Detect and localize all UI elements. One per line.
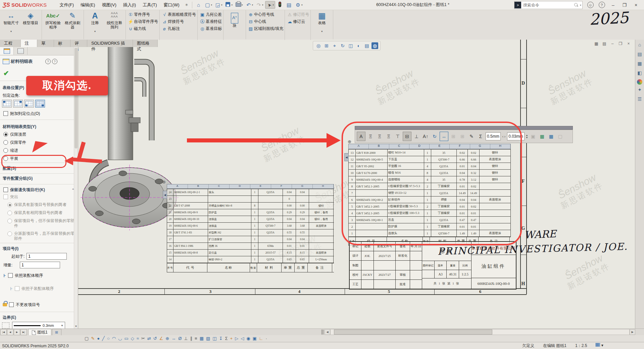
table-row[interactable]: 22 GB/T 67-2008 开槽盘头螺钉 M4×8 8 0.00 0.00 … [167, 203, 334, 209]
undo-button[interactable]: ↶ ▾ [245, 1, 254, 9]
sketch-tool-icon[interactable]: ⊕ [165, 336, 169, 342]
checkbox-icon[interactable] [8, 273, 13, 278]
view-palette-icon[interactable]: ◧ [635, 69, 644, 77]
no-change-option[interactable]: 不更改项目号 [0, 302, 78, 308]
sketch-tool-icon[interactable]: ▧ [206, 336, 210, 342]
column-letter[interactable]: D [409, 144, 430, 149]
radio-option[interactable]: 分派新项目号，且不保留替换的零部件 [0, 231, 75, 241]
table-row[interactable]: 6 600HZ44X-10Q-00-2 缸体组件 1 焊接 0.04 0.04 … [348, 197, 511, 203]
sketch-tool-icon[interactable]: ⊥ [184, 336, 188, 342]
chevron-down-icon[interactable]: ▾ [580, 4, 581, 7]
ribbon-button[interactable]: ① 零件序号 [127, 11, 150, 18]
ribbon-button[interactable]: ⊕ 中心符号线 [247, 11, 274, 18]
spinner-icons[interactable]: ▲▼ [526, 134, 528, 139]
table-collapse-icon[interactable]: ◀ [163, 191, 167, 199]
column-letter[interactable]: H [490, 144, 510, 149]
table-row[interactable]: 12 600HZ44X-10Q-00-5 下压盖 1 QT500-7 6.66 … [348, 156, 511, 163]
table-row[interactable]: 4 GB/T 3452.1-2005 O型橡胶密封圈 100×5.3 1 丁腈橡… [348, 210, 511, 217]
sketch-tool-icon[interactable]: ◁ [241, 336, 244, 342]
section-part-config-group[interactable]: 零件配置分组(G)⌄ [0, 175, 81, 181]
cell-padding-field[interactable]: 0.03mm [507, 132, 524, 140]
sketch-tool-icon[interactable]: ◇ [131, 336, 134, 342]
hide-show-icon[interactable]: ▤ [363, 42, 370, 49]
ribbon-button[interactable]: A 注释 ▾ [86, 10, 104, 33]
doc-restore-icon[interactable]: ❐ [618, 41, 623, 46]
options-list-button[interactable]: ▤ [285, 1, 293, 9]
sketch-tool-icon[interactable]: ↺ [153, 336, 157, 342]
print-button[interactable]: ▾ [234, 1, 244, 8]
anchor-corner-option[interactable] [35, 100, 45, 107]
table-row[interactable]: 5 GB/T 3452.1-2005 O型橡胶密封圈 50×5.3 2 丁腈橡胶… [348, 203, 511, 210]
ribbon-button[interactable]: ↔ 智能尺寸 ▾ [2, 10, 20, 33]
table-row[interactable]: 23 0 [167, 196, 334, 203]
column-letter[interactable]: H [313, 184, 334, 188]
zoom-area-icon[interactable]: ◎ [315, 42, 322, 49]
column-letter[interactable]: E [430, 144, 450, 149]
sketch-tool-icon[interactable]: ▣ [252, 336, 256, 342]
pin-menu-icon[interactable]: ✶ [185, 2, 189, 7]
table-row[interactable]: 8 GB/T 3452.1-2005 O型橡胶密封圈 97.5×5.3 2 丁腈… [348, 183, 511, 190]
sum-icon[interactable]: Σ [477, 132, 485, 141]
home-button[interactable]: ⌂ [194, 1, 203, 8]
table-row[interactable]: 3 600HZ44X-10Q-00-1 压盘 1 Q235A 0.47 0.47 [348, 217, 511, 223]
appearances-icon[interactable] [637, 79, 642, 85]
fit-width-icon[interactable]: ↔ [440, 132, 448, 141]
scrollbar-thumb[interactable] [334, 330, 492, 335]
chevron-down-icon[interactable]: ▾ [301, 4, 303, 6]
column-letter[interactable]: A [349, 144, 369, 149]
section-view-icon[interactable]: ◫ [347, 42, 354, 49]
settings-gear-button[interactable]: ⚙ ▾ [294, 1, 304, 9]
zoom-fit-icon[interactable]: ⊞ [323, 42, 330, 49]
toolbar-drag-handle[interactable] [355, 126, 573, 130]
ribbon-button[interactable]: ⊟ 中心线 [247, 18, 266, 25]
menu-item[interactable]: 视图(V) [98, 1, 119, 9]
custom-properties-icon[interactable]: ✦ [635, 85, 644, 94]
column-letter[interactable]: F [450, 144, 470, 149]
edit-table-icon[interactable]: ✎ [467, 132, 476, 141]
scrollbar-thumb[interactable] [75, 48, 78, 148]
sketch-tool-icon[interactable]: ✂ [141, 336, 145, 342]
paste-icon[interactable]: ▣ [529, 132, 537, 141]
prev-sheet-button[interactable]: ◀ [7, 329, 13, 335]
sketch-tool-icon[interactable]: ◡ [118, 336, 122, 342]
column-letter[interactable]: A [167, 184, 188, 188]
search-box[interactable]: > ▾ [514, 1, 583, 9]
property-tab[interactable] [0, 47, 14, 55]
file-explorer-icon[interactable]: ▦ [635, 59, 644, 68]
menu-item[interactable]: 插入(I) [120, 1, 139, 9]
last-sheet-button[interactable]: ▶| [20, 329, 27, 335]
design-library-icon[interactable]: ▤ [635, 50, 644, 58]
column-letter[interactable]: E [250, 184, 271, 188]
sketch-tool-icon[interactable]: Σ [225, 336, 228, 342]
ribbon-button[interactable]: ◈ 模型项目 [21, 10, 40, 33]
minimize-button[interactable]: – [607, 2, 619, 8]
column-letter[interactable]: C [209, 184, 230, 188]
chevron-down-icon[interactable]: ▾ [242, 4, 243, 6]
zoom-selection-icon[interactable]: ⌖ [331, 42, 338, 49]
checkbox-icon[interactable] [3, 111, 8, 116]
cell-border-thickness-field[interactable]: 0.5mm [486, 132, 501, 140]
align-right-icon[interactable]: Ξ [385, 132, 393, 141]
drawing-canvas[interactable]: Ŝenshow新思诺软件 Ŝenshow新思诺软件 Ŝenshow新思诺软件 Ŝ… [78, 40, 635, 329]
rotate-text-icon[interactable]: ↻ [431, 132, 439, 141]
section-bom-type[interactable]: 材料明细表类型(Y)⌃ [0, 124, 81, 130]
column-letter[interactable]: D [230, 184, 250, 188]
chevron-down-icon[interactable]: ▾ [273, 4, 274, 6]
border-thickness-select[interactable]: 0.3mm ▼ [12, 322, 65, 329]
menu-item[interactable]: 文件(F) [56, 1, 77, 9]
follow-assembly-option[interactable]: ⊦ 依照装配体顺序 [0, 272, 78, 278]
table-row[interactable]: 1 连接头 1 QT500-7 1.49 1.49 表面喷涂 [348, 230, 511, 237]
highlight-option[interactable]: 突出 [0, 194, 78, 200]
cascade-icon[interactable]: ▤ [602, 41, 607, 46]
align-bottom-icon[interactable]: ⊥ [412, 132, 420, 141]
bom-table-small[interactable]: ⊕ ◀ ABCDEFGH 24 600HZ44X-10Q-00-2-1 接头 1… [167, 184, 334, 272]
ribbon-button[interactable]: ▣ 几何公差 [199, 11, 222, 18]
redo-button[interactable]: ↷ ▾ [255, 1, 264, 9]
checkbox-icon[interactable] [9, 302, 14, 307]
command-tab[interactable]: 注解 [21, 40, 38, 47]
sketch-tool-icon[interactable]: ∠ [159, 336, 163, 342]
command-tab[interactable]: 草图 [37, 40, 54, 47]
sketch-tool-icon[interactable]: ◫ [212, 336, 216, 342]
sketch-tool-icon[interactable]: ⇄ [147, 336, 151, 342]
sketch-tool-icon[interactable]: ▦ [200, 336, 204, 342]
